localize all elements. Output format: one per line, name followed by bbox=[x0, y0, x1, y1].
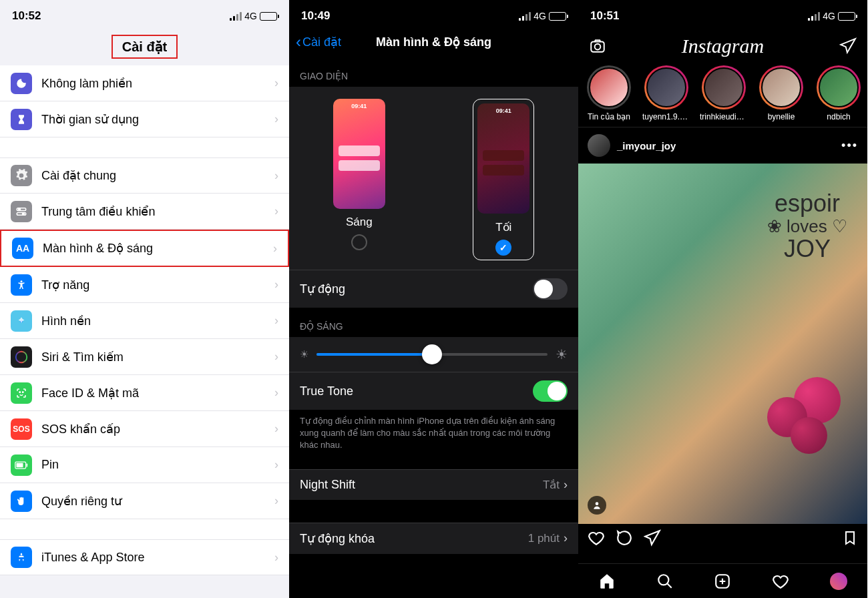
svg-point-15 bbox=[658, 575, 668, 585]
bookmark-icon[interactable] bbox=[842, 529, 858, 547]
tab-search[interactable] bbox=[656, 573, 674, 590]
tab-add[interactable] bbox=[714, 573, 731, 590]
chevron-icon: › bbox=[274, 551, 278, 565]
item-label: Trợ năng bbox=[41, 278, 274, 292]
tab-activity[interactable] bbox=[772, 573, 789, 590]
post-more-icon[interactable]: ••• bbox=[841, 139, 858, 153]
instagram-screen: 10:51 4G Instagram Tin của bạn tuyenn1.9… bbox=[578, 0, 867, 598]
text-size-icon: AA bbox=[12, 238, 33, 259]
item-faceid[interactable]: Face ID & Mật mã › bbox=[0, 375, 289, 411]
light-radio[interactable] bbox=[351, 234, 367, 250]
autolock-row[interactable]: Tự động khóa 1 phút › bbox=[289, 523, 578, 554]
tab-profile[interactable] bbox=[830, 573, 847, 590]
item-control-center[interactable]: Trung tâm điều khiển › bbox=[0, 194, 289, 230]
nightshift-label: Night Shift bbox=[300, 478, 355, 492]
comment-icon[interactable] bbox=[616, 529, 633, 547]
stories-row: Tin của bạn tuyenn1.9.7.6 trinhkieudie… … bbox=[578, 61, 867, 127]
story-item[interactable]: ndbich bbox=[815, 65, 863, 121]
item-privacy[interactable]: Quyền riêng tư › bbox=[0, 483, 289, 519]
signal-icon bbox=[519, 12, 531, 21]
post-username[interactable]: _imyour_joy bbox=[617, 140, 835, 152]
like-icon[interactable] bbox=[588, 529, 605, 547]
status-time: 10:51 bbox=[590, 9, 619, 23]
story-item[interactable]: tuyenn1.9.7.6 bbox=[642, 65, 690, 121]
svg-point-7 bbox=[19, 391, 21, 392]
status-right: 4G bbox=[519, 11, 566, 21]
chevron-left-icon: ‹ bbox=[296, 33, 301, 51]
network-label: 4G bbox=[244, 11, 257, 21]
svg-rect-11 bbox=[17, 463, 23, 467]
hand-icon bbox=[11, 491, 32, 512]
nightshift-row[interactable]: Night Shift Tắt › bbox=[289, 469, 578, 500]
item-label: Thời gian sử dụng bbox=[41, 112, 274, 127]
sos-icon: SOS bbox=[11, 418, 32, 440]
svg-point-6 bbox=[16, 351, 27, 362]
autolock-label: Tự động khóa bbox=[300, 531, 375, 546]
appearance-light[interactable]: 09:41 Sáng bbox=[333, 99, 385, 260]
tagged-people-icon[interactable] bbox=[588, 496, 606, 515]
network-label: 4G bbox=[823, 11, 835, 21]
battery-icon bbox=[838, 12, 855, 21]
siri-icon bbox=[11, 346, 32, 368]
sun-small-icon: ☀︎ bbox=[300, 348, 308, 360]
story-item[interactable]: trinhkieudie… bbox=[700, 65, 748, 121]
nav-title: Cài đặt bbox=[0, 29, 289, 65]
item-screen-time[interactable]: Thời gian sử dụng › bbox=[0, 101, 289, 137]
dark-radio[interactable] bbox=[495, 240, 511, 256]
item-display-brightness[interactable]: AA Màn hình & Độ sáng › bbox=[0, 230, 289, 267]
post-avatar[interactable] bbox=[588, 134, 610, 157]
status-time: 10:52 bbox=[12, 9, 41, 23]
item-sos[interactable]: SOS SOS khẩn cấp › bbox=[0, 411, 289, 447]
appearance-selector: 09:41 Sáng 09:41 Tối bbox=[289, 87, 578, 270]
item-do-not-disturb[interactable]: Không làm phiền › bbox=[0, 65, 289, 101]
chevron-icon: › bbox=[274, 314, 278, 328]
item-appstore[interactable]: iTunes & App Store › bbox=[0, 539, 289, 575]
switches-icon bbox=[11, 201, 32, 222]
svg-point-3 bbox=[23, 212, 25, 214]
truetone-label: True Tone bbox=[300, 384, 353, 398]
share-icon[interactable] bbox=[644, 529, 661, 547]
item-label: Màn hình & Độ sáng bbox=[43, 241, 273, 256]
messages-icon[interactable] bbox=[839, 37, 857, 55]
instagram-logo: Instagram bbox=[682, 35, 764, 57]
settings-list: Không làm phiền › Thời gian sử dụng › Cà… bbox=[0, 65, 289, 575]
autolock-value: 1 phút bbox=[528, 532, 560, 545]
item-siri[interactable]: Siri & Tìm kiếm › bbox=[0, 339, 289, 375]
wallpaper-icon bbox=[11, 310, 32, 332]
moon-icon bbox=[11, 73, 32, 94]
tab-home[interactable] bbox=[598, 573, 616, 590]
item-battery[interactable]: Pin › bbox=[0, 447, 289, 483]
appearance-dark[interactable]: 09:41 Tối bbox=[473, 99, 534, 260]
sun-large-icon: ☀︎ bbox=[556, 346, 568, 362]
appstore-icon bbox=[11, 547, 32, 568]
back-button[interactable]: ‹ Cài đặt bbox=[296, 33, 341, 51]
brightness-slider-row: ☀︎ ☀︎ bbox=[289, 337, 578, 372]
story-own[interactable]: Tin của bạn bbox=[585, 65, 633, 121]
status-right: 4G bbox=[808, 11, 855, 21]
item-general[interactable]: Cài đặt chung › bbox=[0, 158, 289, 194]
chevron-icon: › bbox=[274, 386, 278, 400]
brightness-slider[interactable] bbox=[316, 353, 548, 356]
chevron-icon: › bbox=[274, 169, 278, 183]
signal-icon bbox=[808, 12, 820, 21]
truetone-toggle[interactable] bbox=[533, 380, 568, 402]
tab-bar bbox=[578, 563, 867, 598]
automatic-row[interactable]: Tự động bbox=[289, 270, 578, 308]
truetone-description: Tự động điều chỉnh màn hình iPhone dựa t… bbox=[289, 410, 578, 463]
appearance-header: GIAO DIỆN bbox=[289, 57, 578, 87]
camera-icon[interactable] bbox=[589, 37, 606, 55]
item-wallpaper[interactable]: Hình nền › bbox=[0, 303, 289, 339]
truetone-row[interactable]: True Tone bbox=[289, 372, 578, 410]
svg-point-8 bbox=[23, 391, 24, 392]
signal-icon bbox=[230, 12, 242, 21]
item-label: Quyền riêng tư bbox=[41, 494, 274, 509]
chevron-icon: › bbox=[274, 204, 278, 218]
display-brightness-screen: 10:49 4G ‹ Cài đặt Màn hình & Độ sáng GI… bbox=[289, 0, 578, 598]
back-label: Cài đặt bbox=[302, 35, 341, 49]
story-item[interactable]: bynellie bbox=[757, 65, 805, 121]
chevron-icon: › bbox=[274, 350, 278, 364]
post-image[interactable]: espoir ❀ loves ♡ JOY bbox=[578, 164, 867, 524]
light-label: Sáng bbox=[333, 216, 385, 229]
item-accessibility[interactable]: Trợ năng › bbox=[0, 267, 289, 303]
auto-toggle[interactable] bbox=[533, 278, 568, 300]
